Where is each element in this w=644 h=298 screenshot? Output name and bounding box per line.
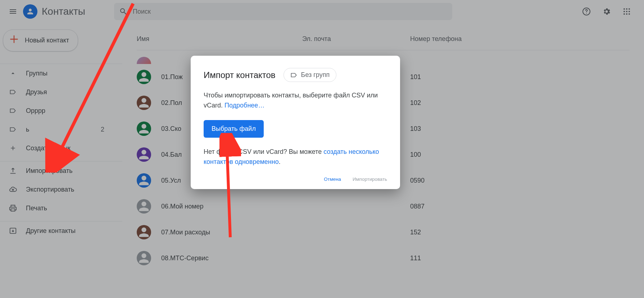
label-chip[interactable]: Без групп <box>284 68 337 82</box>
modal-title: Импорт контактов <box>204 70 276 80</box>
label-icon <box>290 72 298 79</box>
modal-body-text-2end: . <box>279 158 281 165</box>
choose-file-button[interactable]: Выбрать файл <box>204 120 264 138</box>
cancel-button[interactable]: Отмена <box>324 176 341 182</box>
learn-more-link[interactable]: Подробнее… <box>225 102 264 109</box>
modal-body-text-2a: Нет файла CSV или vCard? Вы можете <box>204 148 323 155</box>
label-chip-text: Без групп <box>301 71 330 79</box>
import-button: Импортировать <box>353 176 387 182</box>
import-contacts-modal: Импорт контактов Без групп Чтобы импорти… <box>191 56 400 189</box>
